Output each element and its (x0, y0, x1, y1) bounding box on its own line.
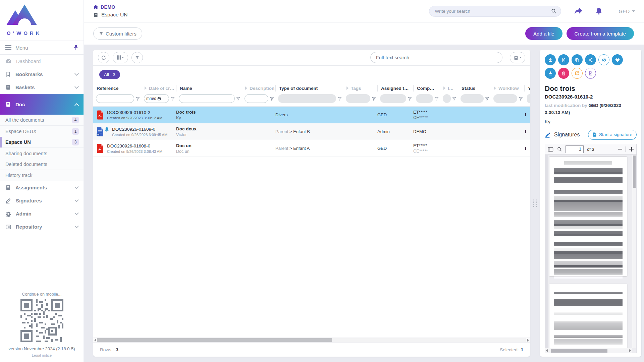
scroll-right-icon[interactable] (527, 339, 529, 342)
pdf-preview[interactable] (545, 155, 637, 353)
custom-filters-button[interactable]: Custom filters (93, 27, 142, 40)
table-row[interactable]: DOC230926-01610-2 Created on 9/26/2023 3… (93, 107, 530, 123)
column-header-tags[interactable]: Tags (343, 85, 377, 92)
columns-button[interactable] (113, 52, 128, 63)
add-file-button[interactable]: Add a file (525, 27, 562, 40)
sidebar-item-doc[interactable]: Doc (0, 94, 84, 115)
status-filter-select[interactable] (461, 94, 484, 103)
column-header-company[interactable]: Comp… (413, 85, 440, 92)
description-filter-input[interactable] (245, 94, 268, 103)
filter-funnel-icon[interactable] (408, 97, 412, 101)
column-header-name[interactable]: Name (176, 85, 242, 92)
share-button[interactable] (574, 7, 583, 15)
filter-funnel-icon[interactable] (372, 97, 376, 101)
filter-funnel-icon[interactable] (270, 97, 274, 101)
table-horizontal-scrollbar[interactable] (93, 338, 530, 343)
reference-filter-input[interactable] (96, 94, 134, 103)
scrollbar-thumb[interactable] (97, 338, 332, 342)
notifications-button[interactable] (595, 7, 602, 15)
upload-version-button[interactable] (558, 54, 569, 65)
sidebar-item-baskets[interactable]: Baskets (0, 81, 84, 94)
fulltext-search-input[interactable] (370, 52, 502, 63)
column-header-workflow[interactable]: Workflow (491, 85, 524, 92)
type-filter-select[interactable] (278, 94, 336, 103)
filter-funnel-icon[interactable] (519, 97, 523, 101)
company-filter-select[interactable] (416, 94, 433, 103)
column-header-y[interactable]: Y… (524, 85, 530, 92)
i-filter-select[interactable] (443, 94, 451, 103)
column-header-description[interactable]: Description (242, 85, 275, 92)
scrollbar-thumb[interactable] (633, 156, 636, 188)
column-header-type[interactable]: Type of document (275, 85, 343, 92)
filter-funnel-icon[interactable] (485, 97, 489, 101)
name-filter-input[interactable] (179, 94, 235, 103)
sidebar-item-espace-un[interactable]: Espace UN 3 (0, 137, 84, 148)
table-row[interactable]: DOC230926-01608-0 Created on 9/26/2023 3… (93, 140, 530, 157)
filter-button[interactable] (131, 52, 143, 63)
zoom-in-button[interactable] (629, 147, 634, 152)
sidebar-item-assignments[interactable]: Assignments (0, 181, 84, 194)
date-filter-input[interactable]: mm/d (144, 94, 169, 103)
filter-funnel-icon[interactable] (434, 97, 439, 101)
pdf-search-button[interactable] (557, 146, 562, 152)
scrollbar-thumb[interactable] (551, 349, 607, 353)
table-row[interactable]: w DOC230926-01609-0 Created on 9/26/2023… (93, 123, 530, 140)
sidebar-item-deleted-documents[interactable]: Deleted documents (0, 159, 84, 170)
column-header-date[interactable]: Date of cr… (141, 85, 176, 92)
column-header-status[interactable]: Status (458, 85, 491, 92)
stamp-button[interactable] (545, 68, 556, 79)
sidebar-item-signatures[interactable]: Signatures (0, 194, 84, 207)
copy-button[interactable] (572, 54, 583, 65)
open-in-new-window-button[interactable] (572, 68, 583, 79)
scroll-right-icon[interactable] (629, 349, 631, 352)
sidebar-item-history-track[interactable]: History track (0, 170, 84, 181)
account-menu[interactable]: GED (619, 8, 635, 14)
filter-funnel-icon[interactable] (236, 97, 240, 101)
filter-funnel-icon[interactable] (170, 97, 175, 101)
scroll-left-icon[interactable] (94, 339, 96, 342)
breadcrumb-home[interactable]: DEMO (93, 4, 127, 10)
global-search-input[interactable] (435, 9, 551, 14)
filter-funnel-icon[interactable] (136, 97, 140, 101)
pdf-horizontal-scrollbar[interactable] (545, 348, 632, 353)
sidebar-item-all-documents[interactable]: All the documents 4 (0, 115, 84, 126)
breadcrumb-space[interactable]: Espace UN (93, 12, 127, 18)
workflow-filter-select[interactable] (493, 94, 517, 103)
sidebar-item-sharing-documents[interactable]: Sharing documents (0, 148, 84, 159)
table-settings-button[interactable] (510, 52, 525, 63)
download-button[interactable] (545, 54, 556, 65)
y-filter-select[interactable] (527, 94, 530, 103)
all-filter-chip[interactable]: All : 3 (99, 70, 120, 79)
filter-funnel-icon[interactable] (452, 97, 457, 101)
filter-funnel-icon[interactable] (337, 97, 342, 101)
favorite-button[interactable] (612, 54, 623, 65)
pdf-vertical-scrollbar[interactable] (632, 155, 636, 348)
column-header-reference[interactable]: Reference (93, 85, 141, 92)
sidebar-item-espace-deux[interactable]: Espace DEUX 1 (0, 126, 84, 137)
tags-filter-select[interactable] (346, 94, 370, 103)
column-header-assigned[interactable]: Assigned t… (377, 85, 413, 92)
document-properties-button[interactable] (585, 68, 596, 79)
app-logo[interactable]: O'WORK (0, 0, 84, 41)
zoom-out-button[interactable] (618, 149, 622, 149)
scroll-left-icon[interactable] (546, 349, 548, 352)
toggle-sidebar-button[interactable] (548, 147, 553, 152)
delete-button[interactable] (558, 68, 569, 79)
panel-resize-handle[interactable] (530, 50, 540, 357)
sidebar-item-dashboard[interactable]: Dashboard (0, 55, 84, 68)
legal-notice-link[interactable]: Legal notice (0, 353, 84, 357)
start-signature-button[interactable]: Start a signature (588, 130, 637, 140)
refresh-button[interactable] (98, 52, 109, 63)
page-number-input[interactable] (566, 145, 584, 153)
column-header-i[interactable]: I… (440, 85, 458, 92)
sidebar-item-admin[interactable]: Admin (0, 207, 84, 220)
pin-icon[interactable] (73, 45, 78, 50)
sidebar-item-bookmarks[interactable]: Bookmarks (0, 68, 84, 81)
sidebar-menu-toggle[interactable]: Menu (0, 41, 84, 55)
share-document-button[interactable] (585, 54, 596, 65)
create-from-template-button[interactable]: Create from a template (567, 27, 634, 40)
search-icon[interactable] (551, 8, 557, 14)
manage-users-button[interactable] (598, 54, 609, 65)
sidebar-item-repository[interactable]: Repository (0, 220, 84, 233)
assigned-filter-select[interactable] (380, 94, 406, 103)
